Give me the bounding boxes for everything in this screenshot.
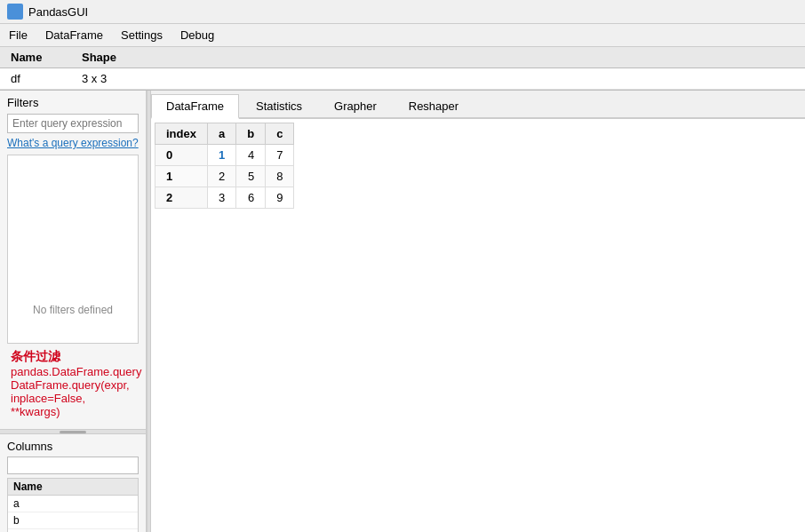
table-area: index a b c 0 1 4 7 xyxy=(151,119,805,532)
col-header-index: index xyxy=(155,123,208,145)
menu-debug[interactable]: Debug xyxy=(171,26,223,44)
app-title: PandasGUI xyxy=(28,5,88,19)
no-filters-text: No filters defined xyxy=(8,304,138,316)
right-panel: DataFrame Statistics Grapher Reshaper in… xyxy=(151,91,805,532)
annotation-line3: DataFrame.query(expr, inplace=False, **k… xyxy=(11,378,135,418)
annotation-line1: 条件过滤 xyxy=(11,349,135,365)
filters-section: Filters What's a query expression? No fi… xyxy=(0,91,146,429)
annotation-line2: pandas.DataFrame.query xyxy=(11,365,135,378)
filter-text-area: No filters defined xyxy=(7,155,139,344)
tabs-bar: DataFrame Statistics Grapher Reshaper xyxy=(151,91,805,119)
tab-statistics[interactable]: Statistics xyxy=(241,94,317,117)
content-area: Filters What's a query expression? No fi… xyxy=(0,91,805,532)
filters-title: Filters xyxy=(7,96,139,109)
tab-reshaper[interactable]: Reshaper xyxy=(394,94,474,117)
col-header-c: c xyxy=(266,123,294,145)
table-row: 1 2 5 8 xyxy=(155,166,294,187)
columns-section: Columns Name a b c xyxy=(0,434,146,532)
filter-link[interactable]: What's a query expression? xyxy=(7,137,139,149)
menu-dataframe[interactable]: DataFrame xyxy=(36,26,112,44)
app-icon xyxy=(7,4,23,20)
col-header-a: a xyxy=(207,123,235,145)
df-name-header: Name xyxy=(4,49,75,66)
row0-c: 7 xyxy=(266,145,294,166)
col-header-b: b xyxy=(236,123,266,145)
df-list-section: Name Shape df 3 x 3 xyxy=(0,47,805,91)
columns-title: Columns xyxy=(7,440,139,453)
columns-search-input[interactable] xyxy=(7,457,139,474)
column-item-a[interactable]: a xyxy=(8,496,138,512)
tab-dataframe[interactable]: DataFrame xyxy=(151,94,239,119)
menu-file[interactable]: File xyxy=(0,26,36,44)
df-name-cell: df xyxy=(4,70,75,87)
left-panel: Filters What's a query expression? No fi… xyxy=(0,91,147,532)
menu-settings[interactable]: Settings xyxy=(112,26,171,44)
df-list-header: Name Shape xyxy=(0,47,805,68)
row0-index: 0 xyxy=(155,145,208,166)
row2-index: 2 xyxy=(155,187,208,209)
annotation-box: 条件过滤 pandas.DataFrame.query DataFrame.qu… xyxy=(7,344,139,424)
filter-input[interactable] xyxy=(7,114,139,133)
column-item-b[interactable]: b xyxy=(8,512,138,529)
row2-b: 6 xyxy=(236,187,266,209)
columns-list: Name a b c xyxy=(7,478,139,532)
row1-a: 2 xyxy=(207,166,235,187)
row0-a: 1 xyxy=(207,145,235,166)
row2-a: 3 xyxy=(207,187,235,209)
row1-b: 5 xyxy=(236,166,266,187)
row1-index: 1 xyxy=(155,166,208,187)
table-row: 2 3 6 9 xyxy=(155,187,294,209)
tab-grapher[interactable]: Grapher xyxy=(319,94,392,117)
title-bar: PandasGUI xyxy=(0,0,805,24)
row0-b: 4 xyxy=(236,145,266,166)
df-shape-header: Shape xyxy=(75,49,146,66)
row2-c: 9 xyxy=(266,187,294,209)
data-table: index a b c 0 1 4 7 xyxy=(155,123,294,209)
columns-list-header: Name xyxy=(8,479,138,496)
splitter-handle xyxy=(60,431,86,433)
table-row: 0 1 4 7 xyxy=(155,145,294,166)
app-body: Filters What's a query expression? No fi… xyxy=(0,91,805,532)
df-list-row[interactable]: df 3 x 3 xyxy=(0,68,805,90)
df-shape-cell: 3 x 3 xyxy=(75,70,146,87)
menu-bar: File DataFrame Settings Debug xyxy=(0,24,805,47)
row1-c: 8 xyxy=(266,166,294,187)
